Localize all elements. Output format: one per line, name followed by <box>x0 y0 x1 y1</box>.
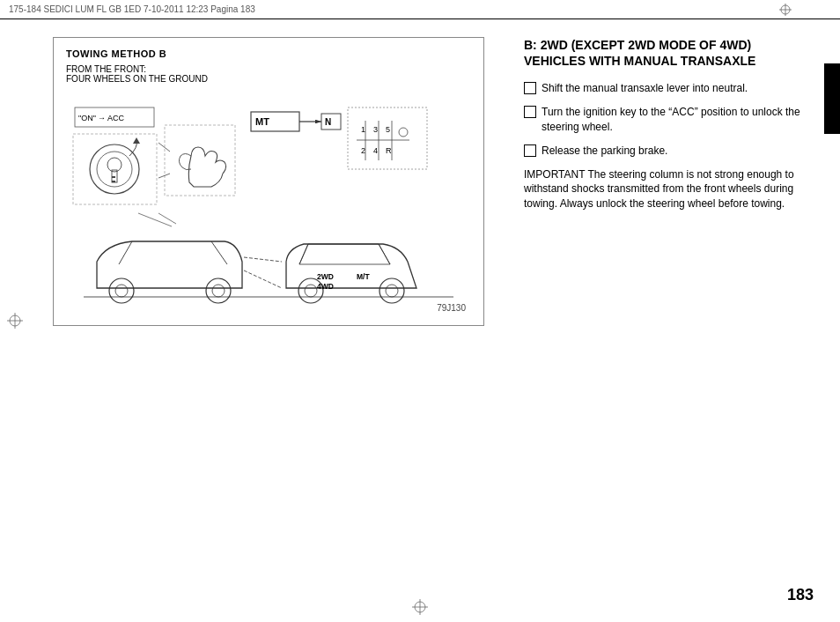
right-tab <box>824 63 840 134</box>
instruction-1: Shift the manual transaxle lever into ne… <box>524 81 814 96</box>
header-bar: 175-184 SEDICI LUM FL GB 1ED 7-10-2011 1… <box>0 0 840 19</box>
section-title: B: 2WD (EXCEPT 2WD MODE OF 4WD) VEHICLES… <box>524 37 814 69</box>
svg-text:"ON": "ON" <box>78 114 96 122</box>
svg-text:3: 3 <box>373 125 378 134</box>
diagram-box: TOWING METHOD B FROM THE FRONT: FOUR WHE… <box>53 37 484 326</box>
instruction-3: Release the parking brake. <box>524 144 814 159</box>
svg-rect-16 <box>112 181 115 182</box>
left-panel: TOWING METHOD B FROM THE FRONT: FOUR WHE… <box>0 19 511 622</box>
crosshair-left-icon <box>7 313 23 329</box>
instruction-text-1: Shift the manual transaxle lever into ne… <box>542 81 748 96</box>
svg-text:1: 1 <box>361 125 365 134</box>
main-content: TOWING METHOD B FROM THE FRONT: FOUR WHE… <box>0 19 840 622</box>
checkbox-3 <box>524 144 536 157</box>
svg-text:M/T: M/T <box>357 272 370 281</box>
checkbox-2 <box>524 106 536 118</box>
svg-text:2WD: 2WD <box>317 272 334 281</box>
diagram-area: "ON" → ACC <box>66 94 471 315</box>
crosshair-bottom-icon <box>412 599 428 615</box>
important-text: IMPORTANT The steering column is not str… <box>524 167 814 211</box>
figure-number: 79J130 <box>437 303 466 313</box>
instruction-text-3: Release the parking brake. <box>542 144 667 159</box>
checkbox-1 <box>524 82 536 94</box>
towing-diagram-svg: "ON" → ACC <box>66 94 471 315</box>
svg-text:→ ACC: → ACC <box>98 114 125 122</box>
svg-text:4: 4 <box>373 146 378 155</box>
svg-text:MT: MT <box>255 116 269 127</box>
crosshair-top-right-icon <box>779 4 792 16</box>
svg-rect-15 <box>112 176 115 178</box>
instruction-text-2: Turn the ignition key to the “ACC” posit… <box>542 105 814 135</box>
svg-text:2: 2 <box>361 146 365 155</box>
header-text: 175-184 SEDICI LUM FL GB 1ED 7-10-2011 1… <box>9 4 255 14</box>
diagram-subtitle: FROM THE FRONT: FOUR WHEELS ON THE GROUN… <box>66 64 471 84</box>
instruction-2: Turn the ignition key to the “ACC” posit… <box>524 105 814 135</box>
right-panel: B: 2WD (EXCEPT 2WD MODE OF 4WD) VEHICLES… <box>511 19 840 622</box>
diagram-title: TOWING METHOD B <box>66 48 471 59</box>
svg-text:N: N <box>325 117 331 127</box>
page-number: 183 <box>787 586 814 604</box>
svg-text:R: R <box>386 146 392 155</box>
svg-text:4WD: 4WD <box>317 282 334 291</box>
svg-text:5: 5 <box>386 125 390 134</box>
